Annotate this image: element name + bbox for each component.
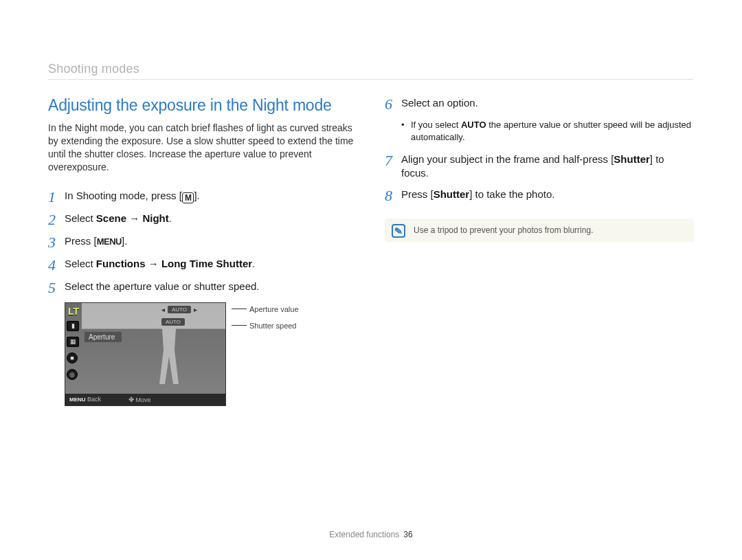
intro-paragraph: In the Night mode, you can catch brief f… bbox=[48, 122, 357, 174]
lcd-selection-label: Aperture bbox=[85, 332, 122, 342]
note-icon: ✎ bbox=[392, 224, 405, 238]
menu-icon: MENU bbox=[97, 236, 122, 248]
lcd-auto-value: AUTO bbox=[168, 306, 191, 313]
step-text: In Shooting mode, press [ bbox=[65, 190, 182, 201]
sub-text: If you select bbox=[411, 120, 461, 130]
right-column: 6 Select an option. If you select AUTO t… bbox=[385, 96, 694, 406]
step-number: 7 bbox=[385, 153, 401, 168]
step-text: → bbox=[126, 212, 142, 224]
step-number: 3 bbox=[48, 234, 65, 250]
lcd-move-label: Move bbox=[136, 396, 151, 403]
callout-shutter: Shutter speed bbox=[232, 322, 299, 330]
menu-back-icon: MENU bbox=[69, 396, 86, 403]
lcd-mode-icon: ▮ bbox=[67, 321, 79, 331]
bold-functions: Functions bbox=[96, 258, 146, 269]
step-number: 8 bbox=[385, 188, 401, 203]
step-text: Select bbox=[65, 212, 96, 224]
step-6: 6 Select an option. bbox=[385, 96, 694, 112]
step-text: Select bbox=[65, 258, 96, 269]
lcd-aperture-row: ◂ AUTO ▸ bbox=[161, 306, 197, 313]
lcd-bottom-bar: MENU Back ✥ Move bbox=[65, 394, 225, 405]
step-number: 6 bbox=[385, 96, 401, 112]
step-1: 1 In Shooting mode, press [M]. bbox=[48, 189, 357, 205]
step-8: 8 Press [Shutter] to take the photo. bbox=[385, 188, 694, 203]
right-arrow-icon: ▸ bbox=[194, 306, 197, 313]
step-text: Press [ bbox=[401, 188, 434, 200]
step-text: ]. bbox=[122, 235, 127, 247]
tip-text: Use a tripod to prevent your photos from… bbox=[414, 225, 593, 235]
footer-section: Extended functions bbox=[329, 530, 399, 539]
step-6-sub-bullet: If you select AUTO the aperture value or… bbox=[401, 119, 694, 143]
callout-aperture: Aperture value bbox=[232, 305, 299, 313]
lcd-grid-icon: ▦ bbox=[67, 337, 79, 347]
bold-scene: Scene bbox=[96, 212, 126, 224]
bold-auto: AUTO bbox=[461, 120, 486, 130]
lcd-back-label: Back bbox=[87, 396, 101, 403]
bold-night: Night bbox=[142, 212, 168, 224]
step-text: → bbox=[146, 258, 161, 269]
page-footer: Extended functions36 bbox=[0, 530, 742, 539]
lcd-side-icons: ▮ ▦ ■ ◎ bbox=[67, 321, 80, 380]
lcd-shutter-row: AUTO bbox=[161, 318, 185, 326]
lcd-target-icon: ◎ bbox=[67, 369, 78, 380]
footer-page-number: 36 bbox=[403, 530, 412, 539]
bold-shutter: Shutter bbox=[614, 153, 650, 165]
page-heading: Adjusting the exposure in the Night mode bbox=[48, 96, 357, 115]
bold-long-time-shutter: Long Time Shutter bbox=[161, 258, 252, 269]
step-number: 2 bbox=[48, 212, 65, 227]
left-arrow-icon: ◂ bbox=[161, 306, 165, 313]
step-text: . bbox=[169, 212, 172, 224]
step-text: . bbox=[252, 258, 255, 269]
mode-m-icon: M bbox=[182, 192, 194, 203]
step-number: 4 bbox=[48, 257, 65, 273]
step-number: 5 bbox=[48, 280, 65, 295]
step-7: 7 Align your subject in the frame and ha… bbox=[385, 153, 694, 181]
breadcrumb: Shooting modes bbox=[48, 62, 694, 80]
lcd-screen: LT ▮ ▦ ■ ◎ ◂ AUTO ▸ AUT bbox=[65, 302, 226, 406]
step-2: 2 Select Scene → Night. bbox=[48, 212, 357, 227]
lcd-lt-label: LT bbox=[68, 306, 79, 317]
step-text: Select an option. bbox=[401, 96, 694, 110]
step-3: 3 Press [MENU]. bbox=[48, 234, 357, 250]
step-text: Press [ bbox=[65, 235, 97, 247]
step-text: Align your subject in the frame and half… bbox=[401, 153, 614, 165]
step-number: 1 bbox=[48, 189, 65, 205]
step-4: 4 Select Functions → Long Time Shutter. bbox=[48, 257, 357, 273]
nav-move-icon: ✥ bbox=[128, 396, 134, 403]
step-text: ]. bbox=[194, 190, 199, 201]
lcd-auto-value: AUTO bbox=[161, 318, 185, 326]
step-text: Select the aperture value or shutter spe… bbox=[65, 280, 357, 293]
lcd-screenshot: LT ▮ ▦ ■ ◎ ◂ AUTO ▸ AUT bbox=[65, 302, 357, 406]
step-text: ] to take the photo. bbox=[469, 188, 554, 200]
lcd-rec-icon: ■ bbox=[67, 352, 78, 363]
step-5: 5 Select the aperture value or shutter s… bbox=[48, 280, 357, 295]
left-column: Adjusting the exposure in the Night mode… bbox=[48, 96, 357, 406]
bold-shutter: Shutter bbox=[434, 188, 470, 200]
tip-box: ✎ Use a tripod to prevent your photos fr… bbox=[385, 219, 694, 242]
